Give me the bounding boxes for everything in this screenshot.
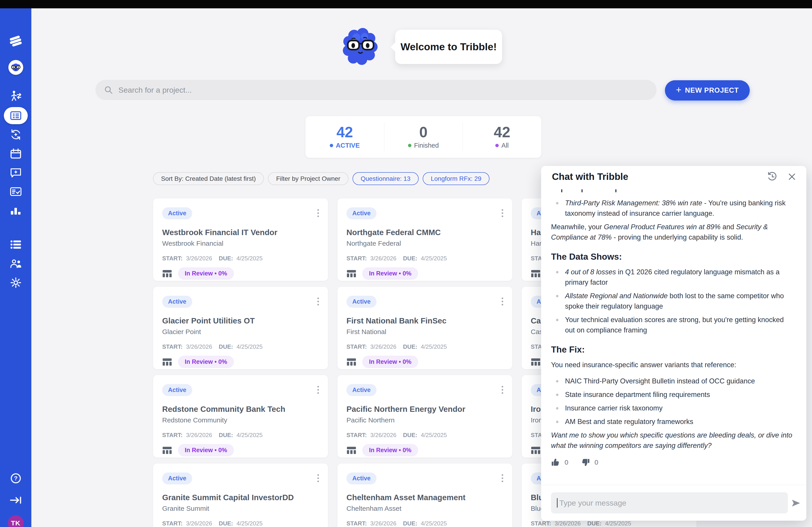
plus-icon: + bbox=[676, 85, 682, 95]
project-card[interactable]: Active Northgate Federal CMMC Northgate … bbox=[337, 198, 512, 281]
projects-icon[interactable] bbox=[4, 107, 28, 124]
start-label: START: bbox=[162, 432, 183, 438]
status-badge: Active bbox=[162, 296, 192, 308]
due-label: DUE: bbox=[403, 255, 418, 262]
project-dates: START: 3/26/2026 DUE: 4/25/2025 bbox=[162, 255, 319, 262]
due-label: DUE: bbox=[403, 343, 418, 350]
filter-chip[interactable]: Longform RFx: 29 bbox=[423, 172, 490, 185]
thumbs-up-icon[interactable] bbox=[551, 458, 560, 467]
project-title: First National Bank FinSec bbox=[346, 316, 503, 325]
thumbs-down-count: 0 bbox=[595, 457, 598, 467]
kebab-menu-icon[interactable] bbox=[500, 296, 505, 307]
project-title: Glacier Point Utilities OT bbox=[162, 316, 319, 325]
project-card[interactable]: Active Granite Summit Capital InvestorDD… bbox=[153, 463, 328, 527]
project-client: Granite Summit bbox=[162, 505, 319, 512]
project-client: Pacific Northern bbox=[346, 416, 503, 424]
project-title: Granite Summit Capital InvestorDD bbox=[162, 493, 319, 502]
chat-bullet-item: 4 out of 8 losses in Q1 2026 cited regul… bbox=[551, 267, 794, 288]
project-title: Cheltenham Asset Management bbox=[346, 493, 503, 502]
all-dot bbox=[495, 144, 499, 147]
project-card[interactable]: Active Pacific Northern Energy Vendor Pa… bbox=[337, 375, 512, 458]
search-bar[interactable] bbox=[96, 80, 656, 100]
tribble-logo-icon[interactable] bbox=[9, 35, 23, 47]
start-label: START: bbox=[346, 432, 367, 438]
history-icon[interactable] bbox=[767, 171, 778, 182]
due-label: DUE: bbox=[219, 255, 233, 262]
kebab-menu-icon[interactable] bbox=[500, 208, 505, 219]
thumbs-down-icon[interactable] bbox=[581, 458, 590, 467]
stat-finished[interactable]: 0 Finished bbox=[384, 116, 463, 158]
bullet-dot bbox=[556, 394, 559, 396]
project-dates: START: 3/26/2026 DUE: 4/25/2025 bbox=[531, 520, 687, 527]
chat-sparkle-icon[interactable] bbox=[10, 167, 22, 178]
table-icon bbox=[346, 357, 357, 367]
start-label: START: bbox=[346, 255, 367, 262]
kebab-menu-icon[interactable] bbox=[316, 385, 320, 395]
filter-chip[interactable]: Filter by Project Owner bbox=[268, 172, 348, 185]
kebab-menu-icon[interactable] bbox=[500, 473, 505, 483]
project-dates: START: 3/26/2026 DUE: 4/25/2025 bbox=[162, 520, 319, 527]
chat-bullet-item: State insurance department filing requir… bbox=[551, 390, 794, 400]
project-dates: START: 3/26/2026 DUE: 4/25/2025 bbox=[346, 432, 503, 439]
team-icon[interactable] bbox=[10, 258, 22, 269]
search-input[interactable] bbox=[118, 86, 656, 95]
help-icon[interactable]: ? bbox=[10, 472, 21, 484]
rows-icon[interactable] bbox=[10, 240, 22, 250]
project-client: Redstone Community bbox=[162, 416, 319, 424]
project-title: Redstone Community Bank Tech bbox=[162, 405, 319, 413]
sync-icon[interactable] bbox=[10, 129, 22, 141]
status-badge: Active bbox=[162, 472, 192, 484]
bar-chart-icon[interactable] bbox=[10, 206, 21, 216]
chat-section-heading: The Data Shows: bbox=[551, 252, 794, 262]
chat-panel: Chat with Tribble Third-Party Risk Manag… bbox=[541, 166, 806, 521]
due-label: DUE: bbox=[588, 520, 602, 527]
kebab-menu-icon[interactable] bbox=[316, 473, 320, 483]
user-avatar[interactable]: TK bbox=[8, 515, 24, 527]
filter-chip[interactable]: Sort By: Created Date (latest first) bbox=[153, 172, 264, 185]
active-dot bbox=[330, 144, 333, 147]
chat-section-heading: The Fix: bbox=[551, 344, 794, 355]
mascot-avatar-icon[interactable] bbox=[8, 60, 23, 75]
text-caret bbox=[557, 498, 557, 508]
table-icon bbox=[346, 446, 357, 455]
due-label: DUE: bbox=[219, 520, 233, 527]
message-input-wrap[interactable] bbox=[551, 492, 788, 513]
project-card[interactable]: Active Redstone Community Bank Tech Reds… bbox=[153, 375, 328, 458]
message-input[interactable] bbox=[559, 498, 788, 508]
bullet-dot bbox=[556, 271, 559, 273]
calendar-icon[interactable] bbox=[10, 148, 21, 160]
chat-input-area bbox=[541, 485, 806, 521]
close-icon[interactable] bbox=[787, 172, 796, 181]
kebab-menu-icon[interactable] bbox=[316, 296, 320, 307]
table-icon bbox=[346, 269, 357, 278]
project-card[interactable]: Active Westbrook Financial IT Vendor Wes… bbox=[153, 198, 328, 281]
agents-icon[interactable] bbox=[10, 90, 22, 102]
project-card[interactable]: Active Cheltenham Asset Management Chelt… bbox=[337, 463, 512, 527]
bullet-dot bbox=[556, 319, 559, 321]
kebab-menu-icon[interactable] bbox=[500, 385, 505, 395]
start-label: START: bbox=[346, 343, 367, 350]
project-dates: START: 3/26/2026 DUE: 4/25/2025 bbox=[162, 432, 319, 439]
send-icon[interactable] bbox=[791, 499, 801, 508]
stat-all[interactable]: 42 All bbox=[463, 116, 541, 158]
project-title: Westbrook Financial IT Vendor bbox=[162, 228, 319, 237]
collapse-icon[interactable] bbox=[10, 496, 22, 505]
filter-chip[interactable]: Questionnaire: 13 bbox=[352, 172, 419, 185]
chat-bullet-item: Allstate Regional and Nationwide both lo… bbox=[551, 291, 794, 312]
table-icon bbox=[162, 446, 172, 455]
new-project-button[interactable]: + NEW PROJECT bbox=[665, 80, 750, 101]
project-dates: START: 3/26/2026 DUE: 4/25/2025 bbox=[346, 255, 503, 262]
kebab-menu-icon[interactable] bbox=[316, 208, 320, 219]
project-card[interactable]: Active Glacier Point Utilities OT Glacie… bbox=[153, 286, 328, 370]
status-badge: Active bbox=[162, 207, 192, 219]
project-card[interactable]: Active First National Bank FinSec First … bbox=[337, 286, 512, 370]
project-title: Northgate Federal CMMC bbox=[346, 228, 503, 237]
app-root: ? TK bbox=[0, 0, 812, 527]
due-label: DUE: bbox=[403, 432, 418, 438]
clipped-text-line bbox=[551, 189, 794, 193]
chat-bullet-item: Third-Party Risk Management: 38% win rat… bbox=[551, 198, 794, 219]
stat-active[interactable]: 42 ACTIVE bbox=[305, 116, 384, 158]
checklist-icon[interactable] bbox=[10, 186, 22, 197]
settings-gear-icon[interactable] bbox=[10, 277, 21, 288]
start-label: START: bbox=[162, 343, 183, 350]
